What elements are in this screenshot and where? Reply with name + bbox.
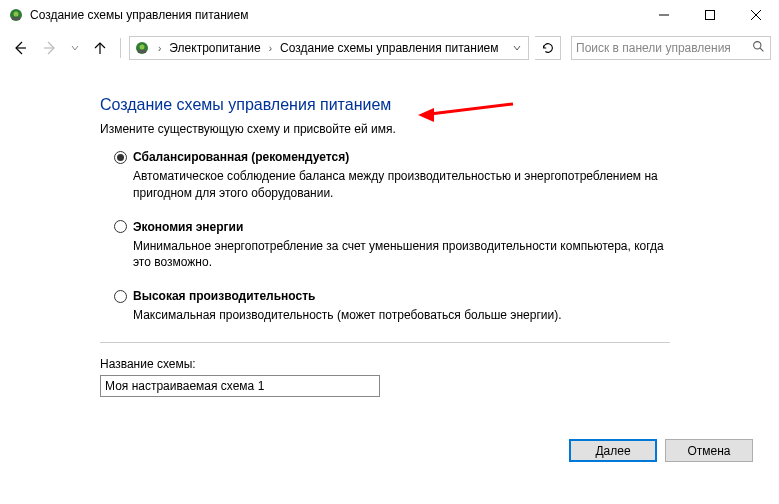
plan-description: Максимальная производительность (может п… — [114, 307, 674, 324]
svg-rect-1 — [12, 17, 20, 20]
address-dropdown[interactable] — [508, 37, 526, 59]
page-title: Создание схемы управления питанием — [100, 96, 779, 114]
svg-rect-4 — [706, 11, 715, 20]
plan-high: Высокая производительность Максимальная … — [100, 289, 779, 324]
radio-balanced[interactable] — [114, 151, 127, 164]
plan-description: Минимальное энергопотребление за счет ум… — [114, 238, 674, 272]
toolbar: › Электропитание › Создание схемы управл… — [0, 30, 779, 66]
breadcrumb-item[interactable]: Создание схемы управления питанием — [278, 41, 500, 55]
forward-button[interactable] — [38, 36, 62, 60]
scheme-name-label: Название схемы: — [100, 357, 779, 371]
plan-balanced: Сбалансированная (рекомендуется) Автомат… — [100, 150, 779, 202]
svg-line-14 — [760, 48, 763, 51]
recent-dropdown[interactable] — [68, 36, 82, 60]
power-options-icon — [134, 40, 150, 56]
plan-label[interactable]: Высокая производительность — [133, 289, 315, 303]
svg-rect-11 — [138, 50, 146, 53]
close-button[interactable] — [733, 0, 779, 30]
refresh-button[interactable] — [535, 36, 561, 60]
search-box[interactable] — [571, 36, 771, 60]
radio-saver[interactable] — [114, 220, 127, 233]
minimize-button[interactable] — [641, 0, 687, 30]
main-content: Создание схемы управления питанием Измен… — [0, 66, 779, 397]
search-icon[interactable] — [750, 40, 766, 56]
svg-point-13 — [753, 42, 760, 49]
maximize-button[interactable] — [687, 0, 733, 30]
svg-point-12 — [140, 45, 145, 50]
power-options-icon — [8, 7, 24, 23]
plan-label[interactable]: Экономия энергии — [133, 220, 243, 234]
back-button[interactable] — [8, 36, 32, 60]
plan-label[interactable]: Сбалансированная (рекомендуется) — [133, 150, 349, 164]
titlebar: Создание схемы управления питанием — [0, 0, 779, 30]
next-button[interactable]: Далее — [569, 439, 657, 462]
window-controls — [641, 0, 779, 30]
page-subtitle: Измените существующую схему и присвойте … — [100, 122, 779, 136]
plan-saver: Экономия энергии Минимальное энергопотре… — [100, 220, 779, 272]
plan-description: Автоматическое соблюдение баланса между … — [114, 168, 674, 202]
footer-buttons: Далее Отмена — [569, 439, 753, 462]
window-title: Создание схемы управления питанием — [30, 8, 641, 22]
svg-point-2 — [14, 12, 19, 17]
chevron-right-icon[interactable]: › — [154, 43, 165, 54]
cancel-button[interactable]: Отмена — [665, 439, 753, 462]
radio-high[interactable] — [114, 290, 127, 303]
up-button[interactable] — [88, 36, 112, 60]
breadcrumb-item[interactable]: Электропитание — [167, 41, 262, 55]
chevron-right-icon[interactable]: › — [265, 43, 276, 54]
scheme-name-input[interactable] — [100, 375, 380, 397]
search-input[interactable] — [576, 41, 750, 55]
separator — [120, 38, 121, 58]
divider — [100, 342, 670, 343]
address-bar[interactable]: › Электропитание › Создание схемы управл… — [129, 36, 529, 60]
